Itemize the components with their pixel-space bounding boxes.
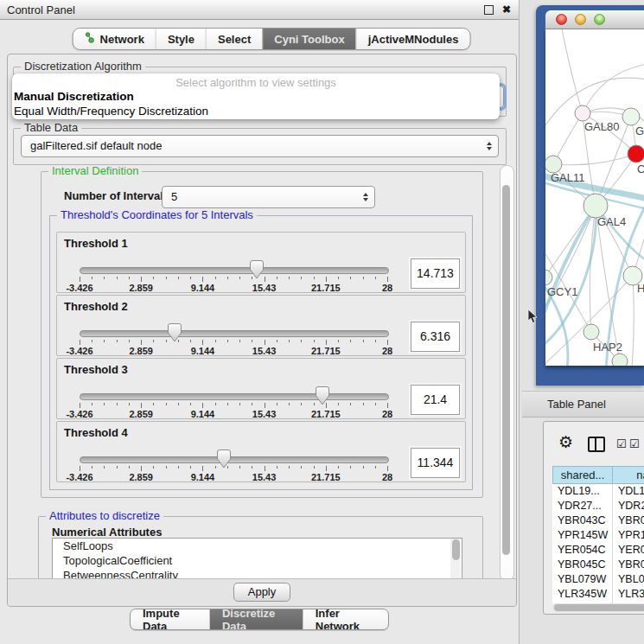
tick-label: 21.715 <box>311 472 341 482</box>
minimize-traffic-light-icon[interactable] <box>575 14 586 25</box>
cell-shared-name[interactable]: YLR345W <box>552 587 613 602</box>
mouse-cursor <box>527 309 538 324</box>
cell-name[interactable]: YER0 <box>613 543 644 558</box>
cell-shared-name[interactable]: YBL079W <box>552 572 613 587</box>
table-row-6[interactable]: YBL079W YBL0 <box>552 572 644 587</box>
algorithm-dropdown-popup: Select algorithm to view settings Manual… <box>12 73 500 119</box>
network-canvas[interactable]: GAL80 GA C GAL11 GAL4 GCY1 H HAP2 <box>545 29 644 366</box>
table-row-3[interactable]: YPR145W YPR1 <box>552 528 644 543</box>
scrollbar-thumb[interactable] <box>502 185 510 555</box>
apply-button[interactable]: Apply <box>233 583 290 602</box>
number-of-intervals-combobox[interactable]: 5 <box>162 186 375 208</box>
cell-shared-name[interactable]: YDL19... <box>552 484 613 499</box>
cell-name[interactable]: YLR3 <box>613 587 644 602</box>
network-node-gal4[interactable] <box>583 194 608 218</box>
threshold-3-slider-thumb[interactable] <box>217 450 231 469</box>
tick-label: 15.43 <box>252 283 277 293</box>
tab-cyni-toolbox[interactable]: Cyni Toolbox <box>262 29 355 49</box>
split-column-icon[interactable] <box>588 437 605 452</box>
attribute-item-0[interactable]: SelfLoops <box>53 539 462 553</box>
threshold-1-slider-thumb[interactable] <box>168 323 182 342</box>
tab-label: Network <box>100 33 144 46</box>
network-node-ga[interactable] <box>622 108 640 125</box>
threshold-0-slider-thumb[interactable] <box>250 260 264 279</box>
threshold-0-slider-track[interactable] <box>80 267 389 274</box>
cell-name[interactable]: YBR0 <box>613 513 644 528</box>
threshold-1-value-input[interactable]: 6.316 <box>411 322 460 352</box>
threshold-3-slider-track[interactable] <box>80 456 389 463</box>
table-data-combobox[interactable]: galFiltered.sif default node <box>21 135 499 157</box>
cell-shared-name[interactable]: YPR145W <box>552 528 613 543</box>
attributes-list-scrollbar[interactable] <box>450 539 461 579</box>
dropdown-placeholder-option[interactable]: Select algorithm to view settings <box>12 73 500 89</box>
table-row-4[interactable]: YER054C YER0 <box>552 543 644 558</box>
combo-stepper-icon[interactable] <box>487 142 492 150</box>
table-row-5[interactable]: YBR045C YBR0 <box>552 558 644 572</box>
network-node-bottom[interactable] <box>612 354 628 366</box>
scrollbar-thumb[interactable] <box>554 604 644 611</box>
dropdown-option-manual-discretization[interactable]: Manual Discretization <box>12 89 500 104</box>
threshold-0-value-input[interactable]: 14.713 <box>411 258 460 289</box>
node-label: HAP2 <box>593 341 622 354</box>
table-row-0[interactable]: YDL19... YDL1 <box>552 484 644 499</box>
threshold-1-slider-track[interactable] <box>80 330 389 337</box>
tab-jactivemnodules[interactable]: jActiveMNodules <box>356 29 470 49</box>
threshold-2-slider-thumb[interactable] <box>316 386 329 405</box>
threshold-2-value-input[interactable]: 21.4 <box>411 385 460 415</box>
cell-shared-name[interactable]: YBR045C <box>552 558 613 572</box>
table-data-group: Table Data galFiltered.sif default node <box>13 128 507 165</box>
combo-stepper-icon[interactable] <box>363 193 368 201</box>
tick-label: 2.859 <box>129 346 153 356</box>
network-node-gcy1[interactable] <box>545 270 552 285</box>
tab-impute-data[interactable]: Impute Data <box>131 609 209 629</box>
tab-infer-network[interactable]: Infer Network <box>303 609 388 629</box>
checkbox-icon[interactable]: ☑ <box>629 438 640 450</box>
column-header-shared-name[interactable]: shared... <box>552 466 613 484</box>
tick-label: 21.715 <box>311 283 341 293</box>
apply-strip: Apply <box>8 578 516 606</box>
network-node-gal80[interactable] <box>575 105 590 121</box>
attribute-item-1[interactable]: TopologicalCoefficient <box>53 553 462 568</box>
scrollbar-thumb[interactable] <box>452 539 460 560</box>
checkbox-icon[interactable]: ☑ <box>616 438 627 450</box>
cell-name[interactable]: YDR2 <box>613 499 644 513</box>
network-node-gal11[interactable] <box>545 156 562 173</box>
tab-network[interactable]: Network <box>73 29 156 49</box>
table-toolbar: ⚙ ☑ ☑ <box>544 422 644 465</box>
cell-name[interactable]: YBL0 <box>613 572 644 587</box>
panel-title: Control Panel <box>0 3 484 16</box>
tab-discretize-data[interactable]: Discretize Data <box>209 609 303 629</box>
table-row-1[interactable]: YDR27... YDR2 <box>552 499 644 513</box>
settings-scrollbar[interactable] <box>500 165 514 581</box>
network-node-selected-red[interactable] <box>628 145 644 163</box>
cell-name[interactable]: YPR1 <box>613 528 644 543</box>
slider-ticks <box>80 277 387 283</box>
zoom-traffic-light-icon[interactable] <box>594 14 605 25</box>
table-row-7[interactable]: YLR345W YLR3 <box>552 587 644 602</box>
tick-label: 9.144 <box>191 472 215 482</box>
cell-shared-name[interactable]: YDR27... <box>552 499 613 513</box>
group-title: Threshold's Coordinates for 5 Intervals <box>57 209 257 221</box>
table-row-2[interactable]: YBR043C YBR0 <box>552 513 644 528</box>
tick-label: 2.859 <box>129 472 153 482</box>
close-icon[interactable]: ✖ <box>502 5 511 14</box>
column-header-name[interactable]: na <box>613 466 644 484</box>
cell-shared-name[interactable]: YBR043C <box>552 513 613 528</box>
dropdown-option-equal-width-frequency[interactable]: Equal Width/Frequency Discretization <box>12 104 500 118</box>
cell-shared-name[interactable]: YER054C <box>552 543 613 558</box>
threshold-3-value-input[interactable]: 11.344 <box>411 448 460 478</box>
gear-icon[interactable]: ⚙ <box>558 432 573 452</box>
cell-name[interactable]: YDL1 <box>613 484 644 499</box>
threshold-2-slider-track[interactable] <box>80 393 389 400</box>
float-window-icon[interactable] <box>484 5 494 15</box>
tick-label: 21.715 <box>311 346 341 356</box>
tab-style[interactable]: Style <box>156 29 206 49</box>
tab-select[interactable]: Select <box>206 29 262 49</box>
combo-value: 5 <box>171 187 177 207</box>
network-view-window: GAL80 GA C GAL11 GAL4 GCY1 H HAP2 <box>536 5 644 386</box>
close-traffic-light-icon[interactable] <box>556 14 567 25</box>
network-node-hap2[interactable] <box>583 324 599 340</box>
tab-label: Infer Network <box>316 609 376 630</box>
table-horizontal-scrollbar[interactable] <box>552 603 644 612</box>
cell-name[interactable]: YBR0 <box>613 558 644 572</box>
